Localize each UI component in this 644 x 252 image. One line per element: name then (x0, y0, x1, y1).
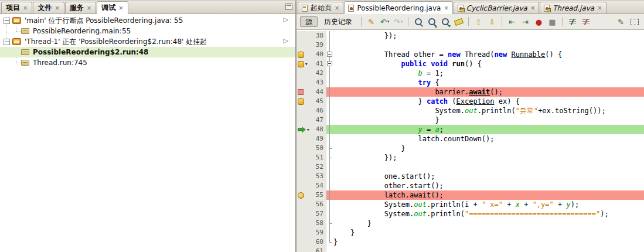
next-bookmark-icon[interactable]: ⇩ (486, 16, 498, 28)
editor-tab-thread[interactable]: Thread.java× (540, 2, 606, 13)
find-next-occurrence-icon[interactable]: ▾ (439, 16, 451, 28)
left-tab-files[interactable]: 文件× (33, 2, 64, 13)
fold-indicator[interactable] (326, 50, 333, 59)
toggle-rectangular-selection-icon[interactable] (628, 16, 640, 28)
thread-row[interactable]: 'main' 位于行断点 PossibleReordering.java: 55… (0, 15, 295, 26)
close-icon[interactable]: × (530, 5, 535, 11)
annotation-arrow-icon[interactable]: ▾ (306, 127, 309, 133)
code-text[interactable]: Thread other = new Thread(new Runnable()… (333, 50, 562, 59)
code-text[interactable]: try { (333, 78, 439, 87)
code-text[interactable]: one.start(); (333, 172, 435, 181)
code-text[interactable]: }); (333, 153, 397, 162)
code-text[interactable]: latch.countDown(); (333, 134, 495, 144)
code-text[interactable]: System.out.println(i + " x=" + x + ",y="… (333, 200, 579, 209)
close-icon[interactable]: × (54, 5, 59, 11)
line-number[interactable]: 51 (311, 153, 326, 162)
stack-frame-row[interactable]: Thread.run:745 (0, 57, 295, 68)
line-number[interactable]: 60 (311, 237, 326, 247)
line-number[interactable]: 38 (311, 31, 326, 40)
line-number[interactable]: 44 (311, 87, 326, 97)
start-macro-recording-icon[interactable]: ● (533, 16, 545, 28)
line-number[interactable]: 39 (311, 40, 326, 50)
code-text[interactable]: other.start(); (333, 181, 444, 190)
stack-frame-row[interactable]: PossibleReordering.main:55 (0, 26, 295, 36)
program-counter-icon[interactable] (298, 127, 306, 133)
close-icon[interactable]: × (335, 5, 339, 11)
breakpoint-hit-icon[interactable] (298, 192, 304, 199)
close-icon[interactable]: × (444, 5, 448, 11)
line-number[interactable]: 53 (311, 172, 326, 181)
code-text[interactable]: latch.await(); (333, 190, 444, 200)
breakpoint-badge-icon[interactable] (298, 98, 304, 105)
gutter-icons[interactable]: ▾ (297, 125, 311, 134)
last-edit-position-icon[interactable]: ✎ (365, 16, 377, 28)
resume-thread-icon[interactable]: ▷ (284, 16, 288, 23)
history-view-button[interactable]: 历史记录 (319, 16, 357, 27)
line-number[interactable]: 56 (311, 200, 326, 209)
code-text[interactable]: barrier.await(); (333, 87, 503, 97)
line-number[interactable]: 61 (311, 247, 326, 252)
find-previous-occurrence-icon[interactable]: ▴ (425, 16, 438, 28)
line-number[interactable]: 50 (311, 144, 326, 153)
shift-line-right-icon[interactable]: ⇥ (519, 16, 531, 28)
breakpoint-badge-icon[interactable] (298, 61, 304, 67)
gutter-icons[interactable]: ▾ (297, 59, 311, 69)
uncomment-icon[interactable] (580, 16, 592, 28)
stack-frame-row[interactable]: PossibleReordering$2.run:48 (0, 47, 295, 57)
thread-row[interactable]: 'Thread-1' 正在 'PossibleReordering$2.run:… (0, 36, 295, 47)
line-number[interactable]: 58 (311, 219, 326, 228)
code-text[interactable]: public void run() { (333, 59, 482, 69)
left-tab-debug[interactable]: 调试× (97, 1, 128, 14)
close-icon[interactable]: × (118, 5, 123, 11)
line-number[interactable]: 54 (311, 181, 326, 190)
tree-collapse-toggle[interactable] (4, 39, 10, 45)
jump-to-last-edit-icon[interactable]: ✎ (615, 16, 627, 28)
line-number[interactable]: 48 (311, 125, 326, 134)
close-icon[interactable]: × (87, 5, 91, 11)
line-number[interactable]: 41 (311, 59, 326, 69)
left-tab-services[interactable]: 服务× (65, 2, 96, 13)
code-text[interactable]: } catch (Exception ex) { (333, 97, 520, 106)
code-text[interactable]: } (333, 237, 338, 247)
line-number[interactable]: 59 (311, 228, 326, 237)
stop-macro-recording-icon[interactable]: ■ (546, 16, 558, 28)
line-number[interactable]: 55 (311, 190, 326, 200)
find-selection-icon[interactable] (412, 16, 424, 28)
code-text[interactable]: }); (333, 31, 397, 40)
code-text[interactable]: y = a; (333, 125, 444, 134)
line-number[interactable]: 46 (311, 106, 326, 115)
breakpoint-badge-icon[interactable] (298, 52, 304, 58)
comment-icon[interactable] (566, 16, 578, 28)
line-number[interactable]: 42 (311, 69, 326, 78)
resume-thread-icon[interactable]: ▷ (284, 37, 288, 45)
close-icon[interactable]: × (597, 5, 602, 11)
editor-tab-cyclic-barrier[interactable]: CyclicBarrier.java× (454, 2, 539, 13)
line-number[interactable]: 52 (311, 162, 326, 172)
shift-line-left-icon[interactable]: ⇤ (506, 16, 518, 28)
code-text[interactable]: } (333, 228, 355, 237)
toggle-highlight-search-icon[interactable] (452, 16, 465, 28)
line-number[interactable]: 40 (311, 50, 326, 59)
code-text[interactable]: } (333, 115, 439, 125)
editor-tab-possible-reordering[interactable]: PossibleReordering.java× (344, 1, 452, 14)
line-number[interactable]: 43 (311, 78, 326, 87)
breakpoint-icon[interactable] (298, 89, 304, 95)
line-number[interactable]: 47 (311, 115, 326, 125)
gutter-icons[interactable] (297, 190, 311, 200)
code-text[interactable]: System.out.println("异常"+ex.toString()); (333, 106, 606, 115)
minimize-window-group-icon[interactable] (285, 4, 292, 10)
code-text[interactable]: b = 1; (333, 69, 444, 78)
previous-bookmark-icon[interactable]: ⇧ (472, 16, 485, 28)
gutter-icons[interactable] (297, 97, 311, 106)
code-text[interactable]: } (333, 219, 372, 228)
code-text[interactable]: } (333, 144, 406, 153)
annotation-arrow-icon[interactable]: ▾ (305, 61, 308, 67)
left-tab-projects[interactable]: 项目× (1, 2, 32, 13)
line-number[interactable]: 45 (311, 97, 326, 106)
fold-indicator[interactable] (326, 59, 333, 69)
back-icon[interactable]: ↶▾ (379, 16, 391, 28)
source-view-button[interactable]: 源 (300, 16, 318, 27)
code-text[interactable]: System.out.println("====================… (333, 209, 609, 219)
line-number[interactable]: 57 (311, 209, 326, 219)
gutter-icons[interactable] (297, 50, 311, 59)
